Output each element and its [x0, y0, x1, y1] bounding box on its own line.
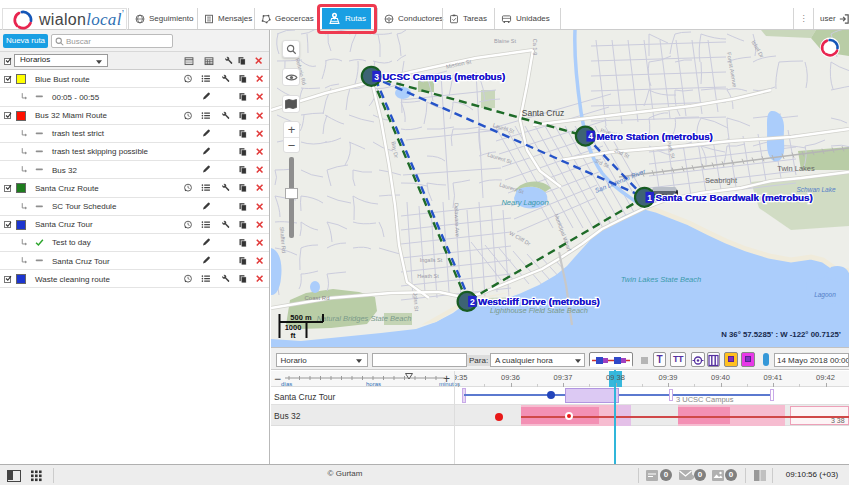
svg-text:1: 1	[647, 193, 652, 203]
svg-text:Santa Cruz Boardwalk (metrobus: Santa Cruz Boardwalk (metrobus)	[656, 192, 813, 203]
svg-text:Twin Lakes State Beach: Twin Lakes State Beach	[621, 275, 701, 284]
svg-text:Santa Cruz: Santa Cruz	[522, 108, 565, 118]
svg-text:Metro Station (metrobus): Metro Station (metrobus)	[596, 131, 712, 142]
svg-text:Delaware Ave: Delaware Ave	[453, 203, 460, 237]
svg-text:Westcliff Drive (metrobus): Westcliff Drive (metrobus)	[478, 296, 600, 307]
svg-text:Heath St: Heath St	[417, 273, 439, 279]
svg-text:ft: ft	[291, 331, 296, 340]
svg-text:N 36° 57.5285ʼ : W -122° 00.71: N 36° 57.5285ʼ : W -122° 00.7125ʼ	[721, 330, 841, 339]
svg-text:Coast Rd: Coast Rd	[304, 295, 329, 301]
svg-text:Lighthouse Field State Beach: Lighthouse Field State Beach	[490, 306, 588, 315]
svg-text:2: 2	[470, 297, 475, 307]
svg-text:Twin Lakes: Twin Lakes	[777, 164, 815, 173]
svg-text:Ingalls St: Ingalls St	[420, 257, 443, 263]
svg-text:Neary Lagoon: Neary Lagoon	[501, 198, 548, 207]
svg-text:4: 4	[588, 131, 593, 141]
svg-text:UCSC Campus (metrobus): UCSC Campus (metrobus)	[382, 71, 505, 82]
svg-text:Ca 1-9: Ca 1-9	[532, 39, 538, 56]
svg-text:3: 3	[374, 72, 379, 82]
svg-text:Lagoon: Lagoon	[814, 291, 836, 299]
svg-text:Blaine St: Blaine St	[494, 38, 516, 44]
svg-text:500 m: 500 m	[290, 313, 312, 322]
svg-text:Natural Bridges State Beach: Natural Bridges State Beach	[317, 314, 412, 323]
svg-text:Seabright: Seabright	[705, 176, 738, 185]
